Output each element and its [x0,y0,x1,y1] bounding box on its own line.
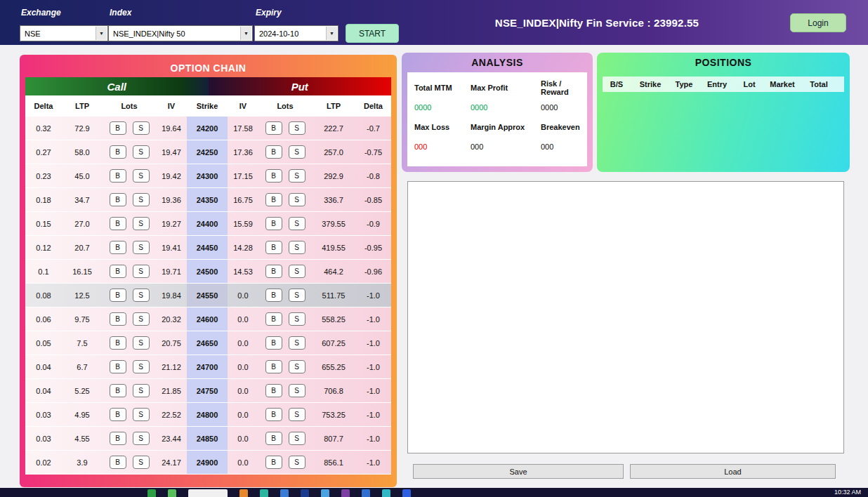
call-buy-button[interactable]: B [110,145,126,159]
call-delta-value: 0.23 [25,172,62,180]
taskbar-app-icon[interactable] [147,489,156,497]
put-sell-button[interactable]: S [289,169,305,183]
put-iv-value: 14.53 [228,267,258,276]
put-sell-button[interactable]: S [289,408,305,421]
put-sell-button[interactable]: S [289,145,305,159]
put-buy-button[interactable]: B [265,408,282,421]
chart-area [407,181,844,453]
put-buy-button[interactable]: B [265,360,282,373]
call-sell-button[interactable]: S [133,360,150,373]
metric-label: Max Profit [471,84,541,92]
call-delta-value: 0.32 [25,124,62,133]
call-buy-button[interactable]: B [110,432,126,445]
call-buy-button[interactable]: B [110,217,126,230]
call-sell-button[interactable]: S [133,432,150,445]
save-button[interactable]: Save [413,464,624,479]
put-buy-button[interactable]: B [265,217,282,230]
call-lots-cell: BS [103,241,156,254]
call-sell-button[interactable]: S [133,121,150,135]
put-sell-button[interactable]: S [289,121,305,135]
call-sell-button[interactable]: S [133,169,150,183]
taskbar-app-icon[interactable] [321,489,329,497]
call-buy-button[interactable]: B [110,169,126,183]
put-sell-button[interactable]: S [289,265,305,278]
call-sell-button[interactable]: S [133,408,150,421]
call-buy-button[interactable]: B [110,456,126,469]
put-sell-button[interactable]: S [289,432,305,445]
call-iv-value: 19.42 [156,172,187,180]
call-delta-value: 0.1 [25,267,62,276]
put-buy-button[interactable]: B [265,289,282,302]
login-button[interactable]: Login [790,13,846,32]
put-buy-button[interactable]: B [265,193,282,206]
taskbar-app-icon[interactable] [260,489,268,497]
call-sell-button[interactable]: S [133,241,150,254]
taskbar-app-icon[interactable] [301,489,309,497]
call-sell-button[interactable]: S [133,289,150,302]
put-buy-button[interactable]: B [265,312,282,326]
call-buy-button[interactable]: B [110,241,126,254]
put-sell-button[interactable]: S [289,360,305,373]
taskbar-app-icon[interactable] [188,489,228,497]
put-sell-button[interactable]: S [289,336,305,350]
call-buy-button[interactable]: B [110,121,126,135]
call-sell-button[interactable]: S [133,145,150,159]
put-buy-button[interactable]: B [265,169,282,183]
call-buy-button[interactable]: B [110,336,126,350]
put-lots-cell: BS [258,193,312,206]
put-buy-button[interactable]: B [265,432,282,445]
taskbar-app-icon[interactable] [402,489,411,497]
metric-value: 0000 [541,103,583,112]
call-sell-button[interactable]: S [133,217,150,230]
taskbar-app-icon[interactable] [382,489,390,497]
put-buy-button[interactable]: B [265,145,282,159]
call-delta-value: 0.03 [25,411,62,419]
put-sell-button[interactable]: S [289,312,305,326]
put-sell-button[interactable]: S [289,241,305,254]
taskbar-app-icon[interactable] [168,489,176,497]
put-buy-button[interactable]: B [265,336,282,350]
put-sell-button[interactable]: S [289,384,305,397]
taskbar-app-icon[interactable] [362,489,370,497]
put-lots-cell: BS [258,336,312,350]
put-lots-cell: BS [258,241,312,254]
call-sell-button[interactable]: S [133,265,150,278]
put-buy-button[interactable]: B [265,384,282,397]
put-buy-button[interactable]: B [265,456,282,469]
call-buy-button[interactable]: B [110,408,126,421]
call-sell-button[interactable]: S [133,193,150,206]
taskbar-clock: 10:32 AM [834,489,861,496]
call-put-header: Call Put [25,77,391,95]
call-iv-value: 19.41 [156,244,187,252]
put-iv-value: 0.0 [228,363,258,371]
call-sell-button[interactable]: S [133,384,150,397]
call-sell-button[interactable]: S [133,336,150,350]
start-button[interactable]: START [346,24,399,43]
call-buy-button[interactable]: B [110,360,126,373]
taskbar-app-icon[interactable] [280,489,289,497]
taskbar-app-icon[interactable] [341,489,350,497]
call-buy-button[interactable]: B [110,384,126,397]
taskbar-app-icon[interactable] [239,489,248,497]
call-buy-button[interactable]: B [110,193,126,206]
put-sell-button[interactable]: S [289,193,305,206]
call-iv-value: 20.75 [156,339,187,347]
index-select[interactable]: NSE_INDEX|Nifty 50 ▼ [108,25,253,41]
put-buy-button[interactable]: B [265,265,282,278]
put-sell-button[interactable]: S [289,217,305,230]
analysis-title: ANALYSIS [407,57,587,72]
call-buy-button[interactable]: B [110,312,126,326]
positions-column-header: Entry [698,80,736,88]
expiry-select[interactable]: 2024-10-10 ▼ [254,25,338,41]
call-sell-button[interactable]: S [133,456,150,469]
call-ltp-value: 20.7 [62,244,103,252]
call-buy-button[interactable]: B [110,265,126,278]
put-buy-button[interactable]: B [265,121,282,135]
put-buy-button[interactable]: B [265,241,282,254]
call-buy-button[interactable]: B [110,289,126,302]
put-sell-button[interactable]: S [289,456,305,469]
load-button[interactable]: Load [630,464,836,479]
put-sell-button[interactable]: S [289,289,305,302]
call-sell-button[interactable]: S [133,312,150,326]
exchange-select[interactable]: NSE ▼ [20,25,108,41]
